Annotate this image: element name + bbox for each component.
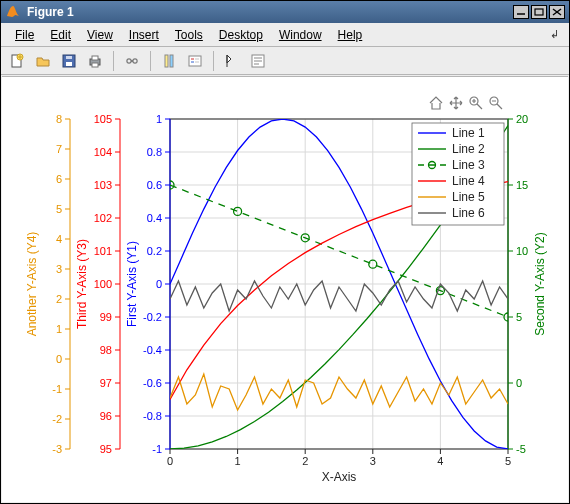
svg-text:-2: -2 [52,413,62,425]
svg-text:102: 102 [94,212,112,224]
insert-text-button[interactable] [246,50,270,72]
legend[interactable]: Line 1Line 2Line 3Line 4Line 5Line 6 [412,123,504,225]
menu-window[interactable]: Window [271,26,330,44]
svg-text:97: 97 [100,377,112,389]
svg-text:6: 6 [56,173,62,185]
svg-text:1: 1 [156,113,162,125]
svg-text:104: 104 [94,146,112,158]
svg-text:95: 95 [100,443,112,455]
svg-text:20: 20 [516,113,528,125]
svg-text:0: 0 [167,455,173,467]
new-figure-button[interactable] [5,50,29,72]
open-button[interactable] [31,50,55,72]
menu-desktop[interactable]: Desktop [211,26,271,44]
svg-text:2: 2 [56,293,62,305]
zoom-out-icon[interactable] [490,97,502,109]
title-bar[interactable]: Figure 1 [1,1,569,23]
minimize-button[interactable] [513,5,529,19]
svg-rect-12 [127,59,131,63]
svg-text:Second Y-Axis (Y2): Second Y-Axis (Y2) [533,232,547,335]
matlab-logo-icon [5,4,21,20]
menu-insert[interactable]: Insert [121,26,167,44]
svg-text:Another Y-Axis (Y4): Another Y-Axis (Y4) [25,232,39,337]
svg-text:X-Axis: X-Axis [322,470,357,484]
svg-text:5: 5 [516,311,522,323]
svg-rect-8 [66,56,72,59]
svg-text:First Y-Axis (Y1): First Y-Axis (Y1) [125,241,139,327]
svg-text:Line 2: Line 2 [452,142,485,156]
svg-rect-11 [92,63,98,67]
svg-text:0: 0 [56,353,62,365]
toolbar [1,47,569,75]
menu-help[interactable]: Help [330,26,371,44]
menu-view[interactable]: View [79,26,121,44]
pan-icon[interactable] [450,97,462,109]
menu-bar: File Edit View Insert Tools Desktop Wind… [1,23,569,47]
svg-text:3: 3 [56,263,62,275]
svg-text:3: 3 [370,455,376,467]
svg-text:1: 1 [235,455,241,467]
svg-text:0.4: 0.4 [147,212,162,224]
svg-text:98: 98 [100,344,112,356]
svg-text:Line 3: Line 3 [452,158,485,172]
save-button[interactable] [57,50,81,72]
svg-text:0.2: 0.2 [147,245,162,257]
svg-text:103: 103 [94,179,112,191]
svg-text:0.8: 0.8 [147,146,162,158]
svg-text:-5: -5 [516,443,526,455]
svg-text:Line 6: Line 6 [452,206,485,220]
insert-colorbar-button[interactable] [157,50,181,72]
menu-tools[interactable]: Tools [167,26,211,44]
menu-overflow-icon[interactable]: ↲ [549,28,563,41]
svg-text:Line 1: Line 1 [452,126,485,140]
svg-rect-13 [133,59,137,63]
print-button[interactable] [83,50,107,72]
svg-text:0.6: 0.6 [147,179,162,191]
svg-text:-1: -1 [52,383,62,395]
svg-text:-0.2: -0.2 [143,311,162,323]
svg-text:-1: -1 [152,443,162,455]
svg-text:1: 1 [56,323,62,335]
svg-text:100: 100 [94,278,112,290]
svg-text:Line 4: Line 4 [452,174,485,188]
svg-text:10: 10 [516,245,528,257]
svg-text:2: 2 [302,455,308,467]
svg-text:101: 101 [94,245,112,257]
svg-text:4: 4 [437,455,443,467]
link-button[interactable] [120,50,144,72]
svg-rect-15 [165,55,168,67]
svg-text:5: 5 [56,203,62,215]
edit-plot-button[interactable] [220,50,244,72]
menu-edit[interactable]: Edit [42,26,79,44]
svg-rect-7 [66,62,72,66]
svg-text:-0.8: -0.8 [143,410,162,422]
figure-canvas: 012345X-Axis-1-0.8-0.6-0.4-0.200.20.40.6… [2,76,568,502]
svg-text:15: 15 [516,179,528,191]
svg-rect-16 [170,55,173,67]
svg-rect-10 [92,56,98,60]
maximize-button[interactable] [531,5,547,19]
svg-text:96: 96 [100,410,112,422]
svg-text:-0.4: -0.4 [143,344,162,356]
insert-legend-button[interactable] [183,50,207,72]
menu-file[interactable]: File [7,26,42,44]
svg-text:8: 8 [56,113,62,125]
svg-text:-3: -3 [52,443,62,455]
home-icon[interactable] [430,97,442,109]
svg-text:0: 0 [156,278,162,290]
axes[interactable]: 012345X-Axis-1-0.8-0.6-0.4-0.200.20.40.6… [2,77,568,504]
svg-text:7: 7 [56,143,62,155]
svg-text:Line 5: Line 5 [452,190,485,204]
close-button[interactable] [549,5,565,19]
svg-text:5: 5 [505,455,511,467]
window-title: Figure 1 [27,5,511,19]
svg-text:105: 105 [94,113,112,125]
svg-text:-0.6: -0.6 [143,377,162,389]
svg-text:Third Y-Axis (Y3): Third Y-Axis (Y3) [75,239,89,329]
svg-text:99: 99 [100,311,112,323]
figure-window: Figure 1 File Edit View Insert Tools Des… [0,0,570,504]
svg-text:0: 0 [516,377,522,389]
svg-text:4: 4 [56,233,62,245]
svg-rect-17 [189,56,201,66]
zoom-in-icon[interactable] [470,97,482,109]
